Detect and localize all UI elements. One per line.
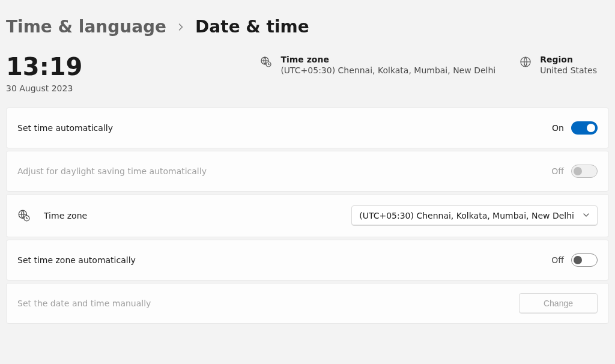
toggle-state-label: On (552, 123, 564, 133)
globe-icon (520, 56, 532, 68)
info-timezone-value: (UTC+05:30) Chennai, Kolkata, Mumbai, Ne… (280, 65, 495, 75)
breadcrumb-current: Date & time (195, 17, 309, 37)
row-label: Set the date and time manually (17, 299, 151, 308)
row-label: Set time zone automatically (17, 255, 136, 265)
clock-date: 30 August 2023 (6, 83, 82, 93)
breadcrumb-parent[interactable]: Time & language (6, 17, 166, 37)
toggle-set-time-zone-automatically[interactable] (571, 253, 598, 267)
header-info-row: 13:19 30 August 2023 Time zone (UTC+05:3… (6, 37, 609, 108)
info-region-title: Region (540, 55, 597, 64)
dropdown-time-zone[interactable]: (UTC+05:30) Chennai, Kolkata, Mumbai, Ne… (351, 205, 598, 226)
row-set-time-automatically: Set time automatically On (6, 108, 609, 148)
info-region-value: United States (540, 65, 597, 75)
info-card-timezone: Time zone (UTC+05:30) Chennai, Kolkata, … (260, 55, 495, 75)
breadcrumb: Time & language Date & time (6, 0, 609, 37)
toggle-set-time-automatically[interactable] (571, 121, 598, 135)
row-set-time-zone-automatically: Set time zone automatically Off (6, 240, 609, 281)
row-set-manual: Set the date and time manually Change (6, 283, 609, 324)
chevron-down-icon (583, 211, 590, 220)
info-timezone-title: Time zone (280, 55, 495, 64)
dropdown-value: (UTC+05:30) Chennai, Kolkata, Mumbai, Ne… (359, 211, 574, 220)
clock-time: 13:19 (6, 55, 82, 79)
change-button: Change (519, 293, 598, 314)
row-label: Set time automatically (17, 123, 113, 133)
info-card-region: Region United States (520, 55, 597, 75)
clock-block: 13:19 30 August 2023 (6, 55, 82, 93)
globe-clock-icon (260, 56, 272, 68)
toggle-state-label: Off (551, 166, 564, 176)
globe-clock-icon (17, 209, 31, 222)
row-label: Time zone (44, 211, 87, 220)
toggle-dst-automatically (571, 165, 598, 178)
chevron-right-icon (177, 20, 184, 33)
row-label: Adjust for daylight saving time automati… (17, 166, 207, 176)
row-dst-automatically: Adjust for daylight saving time automati… (6, 151, 609, 192)
toggle-state-label: Off (551, 255, 564, 265)
row-time-zone: Time zone (UTC+05:30) Chennai, Kolkata, … (6, 194, 609, 237)
